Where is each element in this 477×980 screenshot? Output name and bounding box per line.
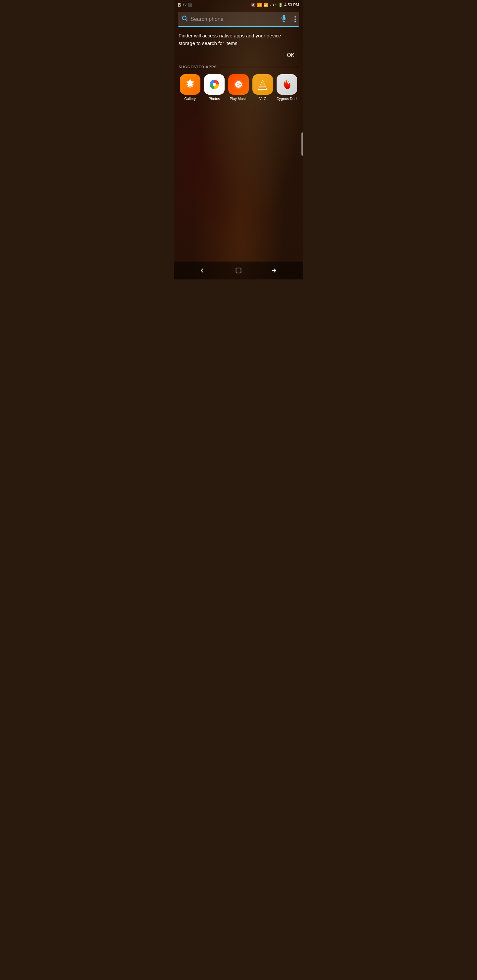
svg-marker-13	[259, 80, 266, 89]
search-icon	[181, 15, 188, 23]
search-bar[interactable]: Search phone |	[178, 12, 299, 27]
suggested-apps-section: SUGGESTED APPS ❋ Gallery	[174, 62, 303, 101]
search-container: Search phone |	[174, 9, 303, 27]
ok-button-container: OK	[179, 51, 298, 60]
suggested-divider	[220, 67, 298, 67]
more-options-icon[interactable]	[295, 16, 296, 23]
photos-icon	[204, 74, 225, 95]
status-left-icons: 🖼 🛡 ⬛	[178, 3, 192, 7]
suggested-label: SUGGESTED APPS	[179, 65, 217, 69]
wifi-icon: 📶	[257, 3, 262, 7]
search-placeholder: Search phone	[190, 16, 278, 22]
cygnus-label: Cygnus Dark	[277, 97, 298, 101]
app-photos[interactable]: Photos	[203, 74, 226, 101]
permission-notice: Finder will access native apps and your …	[174, 27, 303, 62]
microphone-icon[interactable]	[280, 14, 287, 24]
svg-point-5	[213, 83, 216, 86]
svg-line-1	[186, 19, 187, 21]
search-divider: |	[290, 16, 292, 22]
playmusic-icon	[228, 74, 249, 95]
gallery-label: Gallery	[184, 97, 196, 101]
mute-icon: 🔇	[251, 3, 256, 7]
app-cygnus[interactable]: Cygnus Dark	[276, 74, 298, 101]
battery-icon: 🔋	[278, 3, 283, 7]
app-gallery[interactable]: ❋ Gallery	[179, 74, 201, 101]
status-time: 4:53 PM	[284, 3, 299, 7]
status-right-icons: 🔇 📶 📶 73% 🔋 4:53 PM	[251, 3, 299, 7]
image-status-icon: 🖼	[178, 3, 182, 7]
battery-percent: 73%	[270, 3, 277, 7]
gallery-icon: ❋	[180, 74, 200, 95]
vlc-icon	[252, 74, 273, 95]
photos-label: Photos	[209, 97, 220, 101]
scan-status-icon: ⬛	[188, 3, 192, 7]
apps-grid: ❋ Gallery Photos	[179, 74, 298, 101]
vlc-label: VLC	[259, 97, 266, 101]
app-playmusic[interactable]: Play Music	[227, 74, 250, 101]
cygnus-icon	[277, 74, 297, 95]
shield-status-icon: 🛡	[183, 3, 187, 7]
playmusic-label: Play Music	[230, 97, 247, 101]
signal-icon: 📶	[263, 3, 268, 7]
svg-rect-14	[260, 86, 266, 87]
status-bar: 🖼 🛡 ⬛ 🔇 📶 📶 73% 🔋 4:53 PM	[174, 0, 303, 9]
app-vlc[interactable]: VLC	[251, 74, 274, 101]
suggested-header: SUGGESTED APPS	[179, 65, 298, 69]
ok-button[interactable]: OK	[284, 51, 297, 60]
scrollbar[interactable]	[302, 132, 303, 156]
svg-rect-15	[259, 88, 266, 89]
permission-text: Finder will access native apps and your …	[179, 32, 298, 47]
svg-point-9	[238, 83, 239, 86]
